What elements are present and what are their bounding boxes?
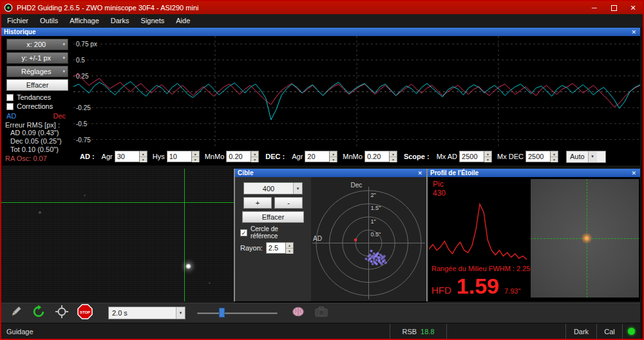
reference-circle-label: Cercle de référence	[251, 225, 306, 240]
profile-close-icon[interactable]: ✕	[630, 170, 638, 176]
spin-up-icon[interactable]: ▲	[192, 151, 199, 157]
slider-handle[interactable]	[219, 308, 225, 317]
spin-up-icon[interactable]: ▲	[251, 151, 258, 157]
rms-total: Tot 0.10 (0.50")	[1, 146, 73, 154]
auto-select-star-button[interactable]	[53, 305, 71, 321]
radius-spinner[interactable]: 2.5 ▲▼	[266, 242, 294, 254]
svg-text:-0.5: -0.5	[76, 120, 88, 128]
target-close-icon[interactable]: ✕	[416, 170, 424, 176]
ra-aggression-spinner[interactable]: 30 ▲▼	[115, 151, 147, 162]
minimize-button[interactable]: ─	[585, 1, 604, 14]
spin-up-icon[interactable]: ▲	[551, 151, 558, 157]
close-button[interactable]: ✕	[623, 1, 643, 14]
stop-button[interactable]: STOP	[76, 305, 94, 321]
dropdown-icon: ▾	[62, 69, 65, 74]
spin-up-icon[interactable]: ▲	[140, 151, 147, 157]
slider-track	[197, 312, 278, 314]
spin-down-icon[interactable]: ▼	[192, 157, 199, 162]
spin-down-icon[interactable]: ▼	[286, 249, 293, 254]
guide-star[interactable]	[185, 263, 191, 269]
trendlines-checkbox[interactable]: Tendances	[1, 93, 73, 102]
menu-aide[interactable]: Aide	[170, 14, 196, 27]
spin-up-icon[interactable]: ▲	[484, 151, 491, 157]
advanced-settings-button[interactable]	[289, 305, 307, 321]
spinner-arrows[interactable]: ▲▼	[389, 151, 397, 162]
spinner-arrows[interactable]: ▲▼	[139, 151, 147, 162]
clear-target-button[interactable]: Effacer	[242, 211, 304, 223]
max-ra-duration-spinner[interactable]: 2500 ▲▼	[459, 151, 492, 162]
spin-down-icon[interactable]: ▼	[330, 157, 337, 162]
target-title: Cible	[238, 169, 416, 176]
checkbox-icon	[6, 103, 14, 110]
spinner-arrows[interactable]: ▲▼	[285, 242, 294, 254]
camera-settings-button[interactable]	[312, 305, 330, 321]
svg-text:Dec: Dec	[351, 182, 363, 189]
peak-value: 430	[433, 189, 446, 198]
exposure-select[interactable]: 2.0 s ▾	[108, 307, 185, 319]
target-controls: 400 ▾ + - Effacer ✓ Cercle de référence …	[235, 177, 311, 301]
menu-fichier[interactable]: Fichier	[1, 14, 34, 27]
history-title: Historique	[4, 28, 630, 35]
zoom-out-button[interactable]: -	[274, 197, 303, 209]
target-scale-select[interactable]: 400 ▾	[243, 182, 303, 194]
guide-camera-view[interactable]	[1, 169, 234, 301]
reference-circle-checkbox[interactable]: ✓ Cercle de référence	[235, 225, 311, 240]
ra-minmove-spinner[interactable]: 0.20 ▲▼	[226, 151, 259, 162]
connection-status	[622, 324, 640, 339]
svg-text:-0.25: -0.25	[76, 104, 91, 111]
dec-legend: Dec	[53, 112, 66, 120]
spin-down-icon[interactable]: ▼	[551, 157, 558, 162]
connect-equipment-button[interactable]	[6, 305, 24, 321]
target-plot-svg: 0.5"1"1.5"2"DecAD	[311, 177, 426, 301]
screen-stretch-slider[interactable]	[197, 307, 278, 319]
loop-exposures-button[interactable]	[30, 305, 48, 321]
spin-up-icon[interactable]: ▲	[330, 151, 337, 157]
target-titlebar: Cible ✕	[235, 169, 426, 177]
corrections-checkbox[interactable]: Corrections	[1, 102, 73, 111]
y-scale-dropdown[interactable]: y: +/-1 px ▾	[6, 52, 68, 64]
ra-hysteresis-spinner[interactable]: 10 ▲▼	[167, 151, 200, 162]
crosshair-icon	[55, 305, 69, 321]
menu-outils[interactable]: Outils	[34, 14, 64, 27]
spin-up-icon[interactable]: ▲	[286, 243, 293, 249]
status-green-dot	[628, 328, 635, 335]
spinner-arrows[interactable]: ▲▼	[484, 151, 492, 162]
max-dec-duration-spinner[interactable]: 2500 ▲▼	[526, 151, 558, 162]
zoomed-star	[582, 233, 592, 243]
menu-signets[interactable]: Signets	[135, 14, 171, 27]
svg-text:AD: AD	[313, 235, 322, 242]
ra-legend: AD	[6, 112, 16, 120]
cal-indicator: Cal	[596, 324, 622, 339]
dec-minmove-spinner[interactable]: 0.20 ▲▼	[365, 151, 397, 162]
history-close-icon[interactable]: ✕	[630, 29, 638, 35]
spin-down-icon[interactable]: ▼	[251, 157, 258, 162]
svg-text:0.75 px: 0.75 px	[76, 41, 97, 48]
graph-settings-dropdown[interactable]: Réglages ▾	[6, 66, 68, 77]
history-controls: x: 200 ▾ y: +/-1 px ▾ Réglages ▾ Effacer…	[1, 36, 73, 165]
menu-affichage[interactable]: Affichage	[64, 14, 105, 27]
spin-down-icon[interactable]: ▼	[484, 157, 491, 162]
profile-titlebar: Profil de l'Étoile ✕	[428, 169, 640, 177]
profile-body: Pic 430 Rangée du Milieu FWHM : 2.25 HFD…	[428, 177, 640, 301]
radius-row: Rayon: 2.5 ▲▼	[235, 240, 311, 254]
dec-aggression-spinner[interactable]: 20 ▲▼	[305, 151, 337, 162]
radius-label: Rayon:	[240, 244, 263, 252]
menu-darks[interactable]: Darks	[105, 14, 135, 27]
x-scale-dropdown[interactable]: x: 200 ▾	[6, 39, 68, 50]
spin-down-icon[interactable]: ▼	[140, 157, 147, 162]
star-profile-curve	[429, 199, 527, 263]
spinner-arrows[interactable]: ▲▼	[550, 151, 558, 162]
zoom-in-button[interactable]: +	[243, 197, 272, 209]
faint-star	[209, 282, 211, 284]
ra-osc-value: RA Osc: 0.07	[1, 155, 73, 162]
spinner-arrows[interactable]: ▲▼	[329, 151, 337, 162]
spinner-arrows[interactable]: ▲▼	[191, 151, 200, 162]
spin-up-icon[interactable]: ▲	[390, 151, 397, 157]
spinner-arrows[interactable]: ▲▼	[251, 151, 259, 162]
spin-down-icon[interactable]: ▼	[390, 157, 397, 162]
zoom-buttons: + -	[235, 197, 311, 209]
clear-graph-button[interactable]: Effacer	[6, 79, 68, 91]
dec-guide-mode-select[interactable]: Auto ▾	[566, 151, 606, 163]
hfd-arcsec: 7.93"	[504, 287, 520, 295]
maximize-button[interactable]	[604, 1, 623, 14]
